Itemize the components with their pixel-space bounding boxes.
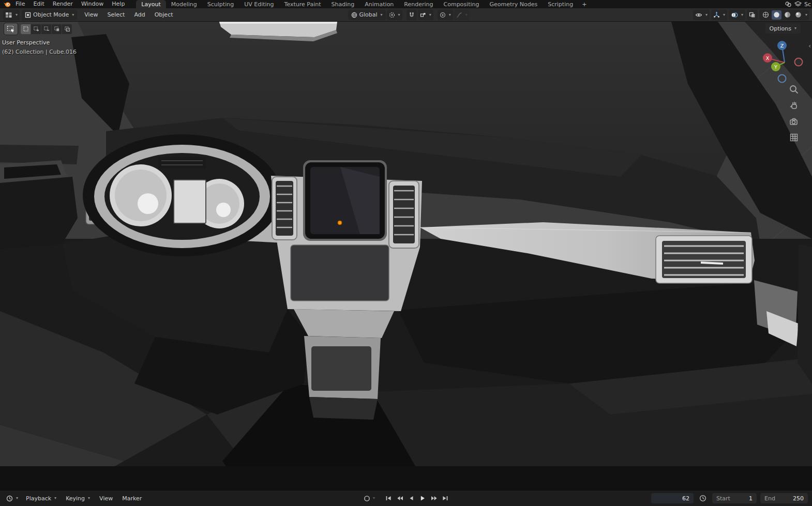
gizmo-axis-z-ball[interactable]: Z <box>777 41 787 50</box>
orientation-label: Global <box>359 11 378 18</box>
tab-modeling[interactable]: Modeling <box>166 0 202 8</box>
view-layer-icon[interactable] <box>794 1 802 7</box>
scene-icon[interactable] <box>785 1 792 7</box>
mode-dropdown[interactable]: Object Mode ▾ <box>22 10 77 20</box>
gizmo-axis-x-ball[interactable]: X <box>763 53 772 63</box>
tab-scripting[interactable]: Scripting <box>543 0 578 8</box>
preview-range-clock-button[interactable] <box>697 493 709 503</box>
falloff-curve-icon <box>456 12 462 18</box>
car-console-shadow <box>309 397 378 420</box>
menu-add[interactable]: Add <box>130 11 149 18</box>
blender-logo-icon[interactable] <box>2 1 11 8</box>
frame-end-field[interactable]: End 250 <box>760 493 808 503</box>
car-stack-inset <box>291 245 389 301</box>
play-button[interactable] <box>417 494 428 503</box>
toggle-ortho-icon[interactable] <box>788 132 800 143</box>
tab-shading[interactable]: Shading <box>326 0 360 8</box>
pivot-point-dropdown[interactable]: ▾ <box>387 10 402 20</box>
car-center-screen <box>303 160 387 241</box>
camera-view-icon[interactable] <box>788 116 800 127</box>
object-origin-dot <box>338 221 342 225</box>
tab-geometry-nodes[interactable]: Geometry Nodes <box>484 0 543 8</box>
snap-magnet-icon <box>409 12 415 18</box>
tab-compositing[interactable]: Compositing <box>439 0 485 8</box>
tab-layout[interactable]: Layout <box>136 0 166 8</box>
xray-toggle-button[interactable] <box>747 10 758 20</box>
gizmo-axis-minus-x-ball[interactable] <box>795 58 803 66</box>
select-mode-invert-button[interactable] <box>52 24 62 34</box>
xray-icon <box>749 12 756 18</box>
options-dropdown[interactable]: Options ▾ <box>765 23 801 34</box>
gizmo-axis-y-ball[interactable]: Y <box>771 62 780 71</box>
shading-mode-group: ▾ <box>759 10 809 20</box>
gizmo-axis-minus-z-ball[interactable] <box>778 75 786 83</box>
menu-help[interactable]: Help <box>108 0 129 8</box>
editor-type-button[interactable]: ▾ <box>3 10 20 20</box>
navigation-gizmo[interactable]: Z X Y <box>760 39 804 87</box>
tab-rendering[interactable]: Rendering <box>399 0 438 8</box>
add-workspace-button[interactable]: + <box>578 0 590 8</box>
shading-wireframe-button[interactable] <box>761 10 771 20</box>
tab-texture-paint[interactable]: Texture Paint <box>279 0 326 8</box>
jump-to-end-button[interactable] <box>440 494 450 503</box>
timeline-editor-type-button[interactable]: ▾ <box>4 493 20 503</box>
shading-material-button[interactable] <box>783 10 792 20</box>
box-select-tool-button[interactable] <box>4 23 18 35</box>
svg-text:Y: Y <box>774 64 777 70</box>
viewport-3d[interactable]: User Perspective (62) Collection | Cube.… <box>0 22 812 490</box>
menu-file[interactable]: File <box>11 0 29 8</box>
playback-menu[interactable]: Playback ▾ <box>22 495 60 502</box>
menu-edit[interactable]: Edit <box>29 0 48 8</box>
car-left-door <box>0 145 79 249</box>
timeline-header: ▾ Playback ▾ Keying ▾ View Marker ▾ <box>0 490 812 506</box>
proportional-falloff-dropdown[interactable]: ▾ <box>454 10 470 20</box>
prev-keyframe-button[interactable] <box>395 494 405 503</box>
select-mode-group <box>21 24 72 34</box>
menu-view[interactable]: View <box>80 11 102 18</box>
menu-window[interactable]: Window <box>77 0 108 8</box>
menu-select[interactable]: Select <box>103 11 129 18</box>
show-gizmo-dropdown[interactable]: ▾ <box>711 10 727 20</box>
object-visibility-dropdown[interactable]: ▾ <box>693 10 710 20</box>
viewport-nav-buttons <box>788 84 800 143</box>
shading-solid-button[interactable] <box>772 10 781 20</box>
topbar: File Edit Render Window Help Layout Mode… <box>0 0 812 8</box>
current-frame-field[interactable]: 62 <box>651 493 694 503</box>
zoom-icon[interactable] <box>788 84 800 95</box>
show-overlays-dropdown[interactable]: ▾ <box>729 10 745 20</box>
sidebar-collapse-arrow[interactable]: ‹ <box>808 42 811 50</box>
keying-menu[interactable]: Keying ▾ <box>62 495 94 502</box>
viewport-header: ▾ Object Mode ▾ View Select Add Object G… <box>0 8 812 22</box>
tab-animation[interactable]: Animation <box>359 0 399 8</box>
menu-render[interactable]: Render <box>49 0 77 8</box>
menu-object[interactable]: Object <box>151 11 177 18</box>
shading-rendered-button[interactable] <box>793 10 803 20</box>
tab-uv-editing[interactable]: UV Editing <box>239 0 279 8</box>
car-console-inset <box>311 346 371 391</box>
jump-to-start-button[interactable] <box>383 494 394 503</box>
pivot-point-icon <box>389 12 395 18</box>
playback-controls: ▾ <box>362 494 450 503</box>
car-screen-left-vent <box>272 177 297 240</box>
next-keyframe-button[interactable] <box>429 494 439 503</box>
tab-sculpting[interactable]: Sculpting <box>202 0 239 8</box>
car-right-vent <box>656 236 752 283</box>
car-screen-right-vent <box>389 181 419 248</box>
select-mode-extend-button[interactable] <box>31 24 41 34</box>
options-label: Options <box>770 25 791 32</box>
timeline-marker-menu[interactable]: Marker <box>118 495 145 502</box>
auto-keyframe-button[interactable] <box>362 494 372 503</box>
snap-settings-dropdown[interactable]: ▾ <box>418 10 433 20</box>
play-reverse-button[interactable] <box>406 494 416 503</box>
pan-hand-icon[interactable] <box>788 100 800 111</box>
select-mode-intersect-button[interactable] <box>62 24 72 34</box>
car-stack-lower <box>294 309 394 338</box>
snap-target-icon <box>420 12 426 18</box>
frame-start-field[interactable]: Start 1 <box>712 493 757 503</box>
timeline-view-menu[interactable]: View <box>96 495 116 502</box>
snap-toggle-button[interactable] <box>407 10 417 20</box>
select-mode-set-button[interactable] <box>21 24 31 34</box>
proportional-edit-dropdown[interactable]: ▾ <box>438 10 453 20</box>
transform-orientation-dropdown[interactable]: Global ▾ <box>348 10 386 20</box>
select-mode-subtract-button[interactable] <box>41 24 51 34</box>
